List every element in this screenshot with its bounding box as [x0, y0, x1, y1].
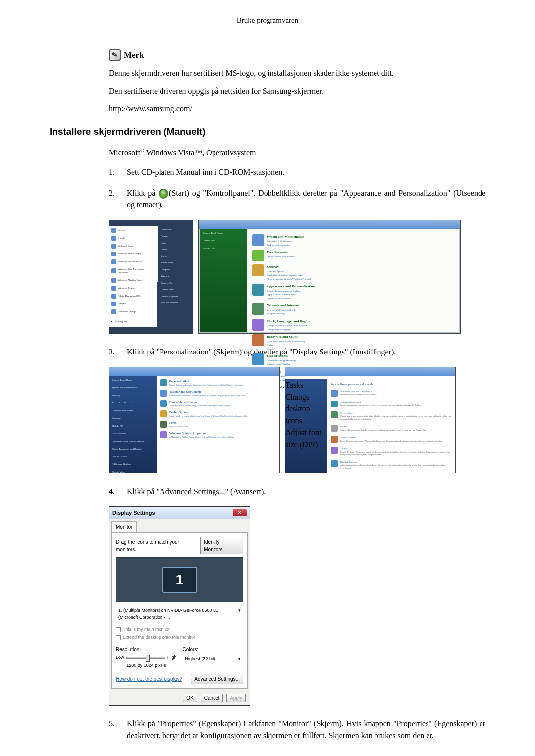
all-programs-item[interactable]: ▸All Programs [109, 318, 157, 325]
cp-category-link[interactable]: Change the appearance of desktop [267, 289, 351, 293]
cp-category-link[interactable]: Optimize visual display [267, 362, 351, 366]
perso-category-links[interactable]: Add gadgets to Sidebar Choose whether to… [169, 436, 234, 439]
start-menu-item[interactable]: Internet [109, 226, 157, 234]
perso-task-item[interactable]: Tasks [285, 379, 327, 391]
perso-category-links[interactable]: Install or remove a font [169, 425, 188, 428]
perso-option[interactable]: Desktop BackgroundChoose from available … [331, 401, 452, 407]
perso-category-links[interactable]: Specify single- or double-click to open … [169, 415, 248, 418]
advanced-settings-button[interactable]: Advanced Settings... [191, 674, 243, 684]
colors-dropdown[interactable]: Highest (32 bit)▾ [183, 655, 244, 664]
identify-monitors-button[interactable]: Identify Monitors [200, 537, 243, 554]
perso-category[interactable]: FontsInstall or remove a font [160, 421, 276, 428]
ok-button[interactable]: OK [183, 694, 197, 702]
start-menu-item[interactable]: Welcome Center [109, 242, 157, 250]
help-link[interactable]: How do I get the best display? [116, 675, 182, 683]
cancel-button[interactable]: Cancel [201, 694, 223, 702]
cp-category-link[interactable]: Mouse [267, 347, 351, 351]
perso-option-title[interactable]: Screen Saver [340, 411, 452, 415]
perso-sidebar-item[interactable]: Additional Options [109, 460, 157, 468]
perso-sidebar-item[interactable]: Mobile PC [109, 422, 157, 430]
cp-category-title[interactable]: User Accounts [267, 250, 351, 255]
perso-sidebar-item[interactable]: Appearance and Personalization [109, 438, 157, 446]
monitor-tab[interactable]: Monitor [111, 521, 137, 532]
monitor-1-icon[interactable]: 1 [162, 567, 197, 593]
perso-task-item[interactable]: Change desktop icons [285, 391, 327, 427]
cp-category[interactable]: Network and InternetView network status … [252, 303, 351, 316]
cp-category-title[interactable]: Hardware and Sound [267, 334, 351, 340]
perso-option-title[interactable]: Sounds [340, 425, 426, 429]
start-menu-item[interactable]: E-mail [109, 234, 157, 242]
perso-sidebar-item[interactable]: Classic View [109, 468, 157, 476]
monitor-arrangement-area[interactable]: 1 [116, 557, 243, 602]
perso-option-title[interactable]: Display Settings [340, 460, 452, 464]
resolution-slider[interactable]: Low High [116, 655, 177, 661]
start-menu-item[interactable]: Windows Live Messenger Download [109, 266, 157, 276]
main-monitor-checkbox[interactable] [116, 627, 121, 632]
start-menu-right-item[interactable]: Games [158, 246, 193, 253]
perso-sidebar-item[interactable]: Clock, Language, and Region [109, 445, 157, 453]
cp-category-link[interactable]: Adjust screen resolution [267, 297, 351, 301]
cp-category-link[interactable]: Set up file sharing [267, 312, 351, 316]
cp-category-link[interactable]: Get started with Windows [267, 239, 351, 243]
extend-desktop-checkbox[interactable] [116, 635, 121, 640]
perso-sidebar-item[interactable]: Hardware and Sound [109, 407, 157, 415]
cp-category[interactable]: SecurityCheck for updatesCheck this comp… [252, 264, 351, 281]
perso-sidebar-item[interactable]: User Accounts [109, 430, 157, 438]
cp-category-link[interactable]: Check this computer's security status [267, 273, 351, 277]
perso-category[interactable]: Folder OptionsSpecify single- or double-… [160, 410, 276, 418]
perso-option-title[interactable]: Mouse Pointers [340, 436, 442, 440]
start-menu-right-item[interactable]: Connect To [158, 280, 193, 287]
start-menu-item[interactable]: Windows Explorer [109, 284, 157, 292]
cp-category-link[interactable]: Allow a program through Windows Firewall [267, 277, 351, 281]
start-menu-item[interactable]: Windows Media Player [109, 250, 157, 258]
start-menu-right-item[interactable]: Network [158, 273, 193, 280]
slider-thumb[interactable] [146, 655, 150, 662]
perso-option-title[interactable]: Theme [340, 447, 452, 451]
perso-category-title[interactable]: Fonts [169, 421, 188, 425]
start-menu-right-item[interactable]: Search [158, 253, 193, 260]
perso-option[interactable]: ThemeChange the theme. Themes can change… [331, 447, 452, 456]
perso-option[interactable]: SoundsChange which sounds are heard when… [331, 425, 452, 432]
cp-sidebar-item[interactable]: Recent Tasks [200, 245, 247, 252]
start-menu-item[interactable]: Windows Meeting Space [109, 276, 157, 284]
cp-category-link[interactable]: Change keyboard or other input methods [267, 324, 351, 328]
cp-category[interactable]: Clock, Language, and RegionChange keyboa… [252, 319, 351, 332]
perso-category-links[interactable]: Accommodate low vision Change screen rea… [169, 404, 231, 407]
perso-category-links[interactable]: Change desktop background Customize colo… [169, 384, 243, 387]
cp-category-link[interactable]: Back up your computer [267, 243, 351, 247]
start-menu-right-item[interactable]: Pictures [158, 233, 193, 240]
perso-sidebar-item[interactable]: Programs [109, 414, 157, 422]
apply-button[interactable]: Apply [226, 694, 246, 702]
perso-sidebar-item[interactable]: Security [109, 392, 157, 400]
start-menu-item[interactable]: Windows Photo Gallery [109, 258, 157, 266]
start-menu-right-item[interactable]: Recent Items [158, 259, 193, 266]
perso-option[interactable]: Window Color and AppearanceFine tune the… [331, 390, 452, 397]
start-menu-item[interactable]: Adaptec [109, 300, 157, 308]
perso-category-links[interactable]: Customize the Start menu Customize icons… [169, 394, 245, 397]
perso-category-title[interactable]: Ease of Access Center [169, 400, 231, 404]
cp-category-link[interactable]: Add or remove user accounts [267, 255, 351, 259]
start-menu-right-item[interactable]: Default Programs [158, 293, 193, 300]
perso-sidebar-item[interactable]: Network and Internet [109, 399, 157, 407]
perso-category-title[interactable]: Windows Sidebar Properties [169, 431, 234, 436]
cp-category-title[interactable]: Network and Internet [267, 303, 351, 308]
start-menu-item[interactable]: Command Prompt [109, 308, 157, 316]
start-menu-right-item[interactable]: Music [158, 240, 193, 247]
cp-category-link[interactable]: Printer [267, 343, 351, 347]
perso-option[interactable]: Screen SaverChange your screen saver or … [331, 411, 452, 421]
perso-category-title[interactable]: Personalization [169, 379, 243, 384]
cp-category[interactable]: Ease of AccessLet Windows suggest settin… [252, 353, 351, 366]
perso-option[interactable]: Mouse PointersPick a different mouse poi… [331, 436, 452, 443]
cp-category[interactable]: Appearance and PersonalizationChange the… [252, 284, 351, 300]
cp-category-title[interactable]: Ease of Access [267, 353, 351, 359]
perso-option-title[interactable]: Window Color and Appearance [340, 390, 377, 394]
cp-category-title[interactable]: Appearance and Personalization [267, 284, 351, 289]
perso-sidebar-item[interactable]: Ease of Access [109, 453, 157, 461]
cp-category[interactable]: Hardware and SoundPlay CDs or other medi… [252, 334, 351, 351]
start-menu-item[interactable]: Adobe Photoshop CS3 [109, 292, 157, 300]
cp-category-title[interactable]: Security [267, 264, 351, 270]
cp-category-link[interactable]: Change display language [267, 328, 351, 332]
close-icon[interactable]: ✕ [233, 509, 247, 516]
cp-category-link[interactable]: View network status and tasks [267, 308, 351, 312]
cp-category-link[interactable]: Play CDs or other media automatically [267, 340, 351, 344]
